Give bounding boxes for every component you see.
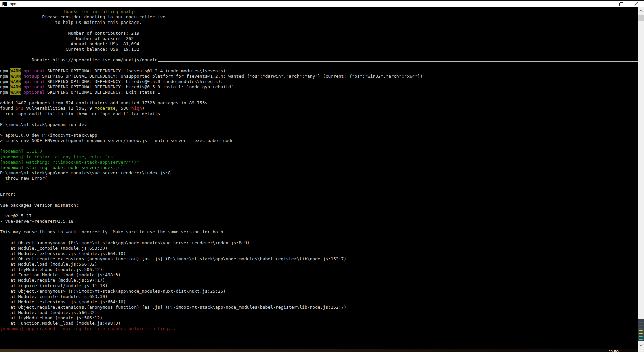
- terminal-line: at Module._compile (module.js:653:30): [0, 246, 638, 251]
- terminal-line: > cross-env NODE_ENV=development nodemon…: [0, 138, 638, 143]
- terminal-line: [nodemon] watching: P:\imooc\mt-stack\ap…: [0, 160, 638, 165]
- terminal-line: npm WARN optional SKIPPING OPTIONAL DEPE…: [0, 79, 638, 84]
- terminal-line: [nodemon] 1.11.0: [0, 149, 638, 154]
- terminal-line: [0, 186, 638, 192]
- scroll-up-button[interactable]: [638, 8, 644, 14]
- scrollbar-thumb[interactable]: [638, 15, 644, 21]
- terminal-line: throw new Error(: [0, 176, 638, 181]
- terminal-line: found 541 vulnerabilities (2 low, 9 mode…: [0, 106, 638, 111]
- terminal-line: at Module.require (module.js:597:17): [0, 278, 638, 283]
- cmd-icon: [2, 2, 7, 6]
- terminal-line: [0, 224, 638, 229]
- terminal-line: npm WARN optional SKIPPING OPTIONAL DEPE…: [0, 84, 638, 90]
- terminal-line: at tryModuleLoad (module.js:506:12): [0, 267, 638, 272]
- terminal-line: at Object.require.extensions.(anonymous …: [0, 256, 638, 262]
- terminal-line: at Function.Module._load (module.js:498:…: [0, 272, 638, 278]
- terminal-line: [0, 63, 638, 68]
- scrollbar-track[interactable]: [638, 7, 644, 352]
- terminal-line: [0, 25, 638, 31]
- terminal-line: [0, 143, 638, 149]
- terminal-line: at require (internal/module.js:11:18): [0, 283, 638, 289]
- terminal-line: [nodemon] app crashed - waiting for file…: [0, 326, 638, 332]
- terminal-line: at Module._compile (module.js:653:30): [0, 294, 638, 299]
- taskbar-clock: 23:50: [608, 350, 619, 352]
- chevron-down-icon: [640, 343, 643, 346]
- maximize-restore-button[interactable]: [613, 1, 629, 7]
- terminal-line: [0, 117, 638, 122]
- minimize-button[interactable]: [598, 1, 613, 7]
- terminal-line: npm WARN optional SKIPPING OPTIONAL DEPE…: [0, 68, 638, 74]
- terminal-line: Error:: [0, 192, 638, 197]
- scroll-down-button[interactable]: [638, 342, 644, 348]
- window-controls: [598, 1, 644, 7]
- terminal-line: at Function.Module._load (module.js:498:…: [0, 321, 638, 326]
- terminal-line: Thanks for installing nuxtjs: [0, 9, 638, 14]
- terminal-line: Number of contributors: 219: [0, 31, 638, 36]
- terminal-line: [nodemon] to restart at any time, enter …: [0, 154, 638, 160]
- terminal-line: - vue@2.5.17: [0, 213, 638, 219]
- terminal-line: at Object.<anonymous> (P:\imooc\mt-stack…: [0, 240, 638, 246]
- show-desktop-button[interactable]: [643, 349, 644, 352]
- terminal-line: run `npm audit fix` to fix them, or `npm…: [0, 111, 638, 117]
- terminal-line: Annual budget: US$ 81,094: [0, 41, 638, 47]
- terminal-line: [0, 127, 638, 133]
- close-icon: [634, 2, 638, 6]
- minimize-icon: [604, 4, 607, 4]
- terminal-line: at Module._extensions..js (module.js:664…: [0, 251, 638, 256]
- terminal-line: [nodemon] starting `babel-node server/in…: [0, 165, 638, 170]
- terminal-line: P:\imooc\mt-stack\app>npm run dev: [0, 122, 638, 127]
- terminal-line: added 1407 packages from 624 contributor…: [0, 100, 638, 106]
- close-button[interactable]: [629, 1, 644, 7]
- terminal-line: This may cause things to work incorrectl…: [0, 229, 638, 235]
- restore-icon: [619, 2, 623, 6]
- terminal-line: [0, 95, 638, 100]
- terminal-line: to help us maintain this package.: [0, 20, 638, 25]
- terminal-line: at tryModuleLoad (module.js:506:12): [0, 315, 638, 321]
- terminal-line: at Object.require.extensions.(anonymous …: [0, 305, 638, 310]
- terminal-line: npm WARN notsup SKIPPING OPTIONAL DEPEND…: [0, 74, 638, 79]
- terminal-line: > app@1.0.0 dev P:\imooc\mt-stack\app: [0, 133, 638, 138]
- terminal-output[interactable]: Thanks for installing nuxtjs Please cons…: [0, 7, 638, 349]
- terminal-line: Donate: https://opencollective.com/nuxtj…: [0, 57, 638, 63]
- window-title: npm: [10, 2, 17, 6]
- taskbar[interactable]: 23:50: [0, 349, 638, 352]
- terminal-line: ^: [0, 181, 638, 186]
- terminal-line: [0, 235, 638, 240]
- terminal-line: [0, 52, 638, 57]
- terminal-line: - vue-server-renderer@2.5.18: [0, 219, 638, 224]
- stripe-indicator-widget: [638, 319, 644, 341]
- terminal-line: Current balance: US$ 19,132: [0, 47, 638, 52]
- terminal-line: Vue packages version mismatch:: [0, 203, 638, 208]
- terminal-line: [0, 197, 638, 203]
- titlebar[interactable]: npm: [0, 1, 644, 7]
- chevron-up-icon: [640, 10, 643, 13]
- terminal-line: at Module.load (module.js:566:32): [0, 310, 638, 315]
- terminal-line: at Module.load (module.js:566:32): [0, 262, 638, 267]
- terminal-line: Number of backers: 262: [0, 36, 638, 41]
- terminal-line: at Module._extensions..js (module.js:664…: [0, 299, 638, 305]
- terminal-line: [0, 208, 638, 213]
- terminal-line: at Object.<anonymous> (P:\imooc\mt-stack…: [0, 289, 638, 294]
- terminal-line: P:\imooc\mt-stack\app\node_modules\vue-s…: [0, 170, 638, 176]
- terminal-line: npm WARN optional SKIPPING OPTIONAL DEPE…: [0, 90, 638, 95]
- terminal-line: Please consider donating to our open col…: [0, 14, 638, 20]
